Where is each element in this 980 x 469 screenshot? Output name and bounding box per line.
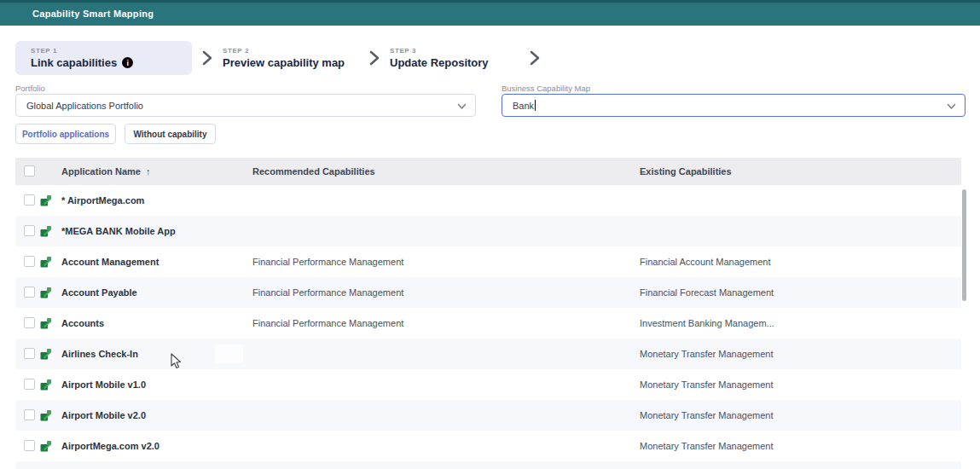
select-all-checkbox[interactable] xyxy=(24,165,35,177)
application-name[interactable]: Airlines Check-In xyxy=(61,339,138,369)
application-name[interactable]: Airport Mobile v1.0 xyxy=(61,369,146,400)
page-title: Capability Smart Mapping xyxy=(32,3,154,26)
application-icon xyxy=(40,225,52,237)
application-icon xyxy=(40,440,52,452)
table-row[interactable]: Account Payable Financial Performance Ma… xyxy=(15,277,961,308)
column-header-recommended-capabilities[interactable]: Recommended Capabilities xyxy=(252,158,375,185)
step-title: Link capabilities i xyxy=(31,56,177,69)
step-number-label: STEP 1 xyxy=(31,47,177,55)
row-checkbox[interactable] xyxy=(24,409,35,420)
table-row[interactable]: *MEGA BANK Mobile App xyxy=(15,216,961,246)
existing-capability: Financial Forecast Management xyxy=(640,277,774,308)
application-icon xyxy=(40,256,52,268)
column-header-application-name[interactable]: Application Name↑ xyxy=(61,158,150,185)
capability-map-input-value: Bank xyxy=(513,101,534,111)
application-name[interactable]: Airport Mobile v2.0 xyxy=(61,400,146,431)
capability-map-label: Business Capability Map xyxy=(502,84,590,93)
application-icon xyxy=(40,409,52,421)
row-checkbox[interactable] xyxy=(24,225,35,236)
recommended-capability: Financial Performance Management xyxy=(252,246,403,277)
vertical-scrollbar[interactable] xyxy=(962,189,966,301)
chevron-right-icon xyxy=(530,50,540,66)
capability-map-input[interactable]: Bank xyxy=(502,94,966,117)
application-name[interactable]: Accounts xyxy=(61,308,104,339)
column-header-existing-capabilities[interactable]: Existing Capabilities xyxy=(640,158,732,185)
app-title-bar: Capability Smart Mapping xyxy=(0,0,980,26)
application-name[interactable]: * AirportMega.com xyxy=(61,185,144,216)
wizard-step[interactable]: STEP 3 Update Repository i xyxy=(390,41,519,75)
step-title: Preview capability map i xyxy=(223,56,359,69)
existing-capability: Financial Account Management xyxy=(640,246,770,277)
mouse-cursor-icon xyxy=(171,353,183,373)
portfolio-applications-button[interactable]: Portfolio applications xyxy=(15,124,116,144)
text-caret xyxy=(535,100,536,111)
application-icon xyxy=(40,379,52,391)
table-row[interactable]: Airport Mobile v1.0 Monetary Transfer Ma… xyxy=(15,369,961,400)
row-checkbox[interactable] xyxy=(24,194,35,206)
application-icon xyxy=(40,287,52,298)
hover-highlight xyxy=(215,345,243,363)
table-body: * AirportMega.com *MEGA BANK Mobile App … xyxy=(15,185,961,461)
row-checkbox[interactable] xyxy=(24,379,35,390)
chevron-down-icon xyxy=(947,101,956,112)
application-name[interactable]: AirportMega.com v2.0 xyxy=(61,431,159,461)
chevron-down-icon xyxy=(457,101,467,112)
application-name[interactable]: Account Payable xyxy=(61,277,137,308)
row-checkbox[interactable] xyxy=(24,287,35,298)
table-header-row: Application Name↑ Recommended Capabiliti… xyxy=(15,158,961,185)
without-capability-button[interactable]: Without capability xyxy=(125,124,216,144)
table-row[interactable]: Airport Mobile v2.0 Monetary Transfer Ma… xyxy=(15,400,961,431)
existing-capability: Monetary Transfer Management xyxy=(640,369,774,400)
wizard-step[interactable]: STEP 1 Link capabilities i xyxy=(15,41,192,75)
step-number-label: STEP 2 xyxy=(223,47,359,55)
portfolio-select-value: Global Applications Portfolio xyxy=(26,101,143,111)
application-name[interactable]: Account Management xyxy=(61,246,159,277)
table-row[interactable]: Accounts Financial Performance Managemen… xyxy=(15,308,961,339)
row-checkbox[interactable] xyxy=(24,440,35,451)
step-number-label: STEP 3 xyxy=(390,47,519,55)
application-name[interactable]: *MEGA BANK Mobile App xyxy=(61,216,176,246)
table-row[interactable]: * AirportMega.com xyxy=(15,185,961,216)
existing-capability: Investment Banking Managem... xyxy=(640,308,774,339)
chevron-right-icon xyxy=(202,50,212,66)
application-icon xyxy=(40,348,52,360)
step-title: Update Repository i xyxy=(390,56,519,69)
row-checkbox[interactable] xyxy=(24,317,35,328)
table-row[interactable]: AirportMega.com v2.0 Monetary Transfer M… xyxy=(15,431,961,461)
recommended-capability: Financial Performance Management xyxy=(252,277,403,308)
existing-capability: Monetary Transfer Management xyxy=(640,431,774,461)
info-icon[interactable]: i xyxy=(122,57,133,68)
sort-ascending-icon[interactable]: ↑ xyxy=(146,166,151,177)
table-row[interactable]: Airlines Check-In Monetary Transfer Mana… xyxy=(15,339,961,369)
applications-table: Application Name↑ Recommended Capabiliti… xyxy=(15,158,961,461)
existing-capability: Monetary Transfer Management xyxy=(640,339,774,369)
wizard-steps: STEP 1 Link capabilities i STEP 2 Previe… xyxy=(15,41,550,75)
table-row[interactable]: Account Management Financial Performance… xyxy=(15,246,961,277)
row-checkbox[interactable] xyxy=(24,256,35,267)
wizard-step[interactable]: STEP 2 Preview capability map i xyxy=(223,41,359,75)
application-icon xyxy=(40,194,52,206)
next-row-partial xyxy=(15,461,961,469)
portfolio-label: Portfolio xyxy=(15,84,45,93)
row-checkbox[interactable] xyxy=(24,348,35,359)
chevron-right-icon xyxy=(369,50,380,66)
recommended-capability: Financial Performance Management xyxy=(252,308,403,339)
existing-capability: Monetary Transfer Management xyxy=(640,400,774,431)
portfolio-select[interactable]: Global Applications Portfolio xyxy=(15,94,476,117)
application-icon xyxy=(40,317,52,329)
